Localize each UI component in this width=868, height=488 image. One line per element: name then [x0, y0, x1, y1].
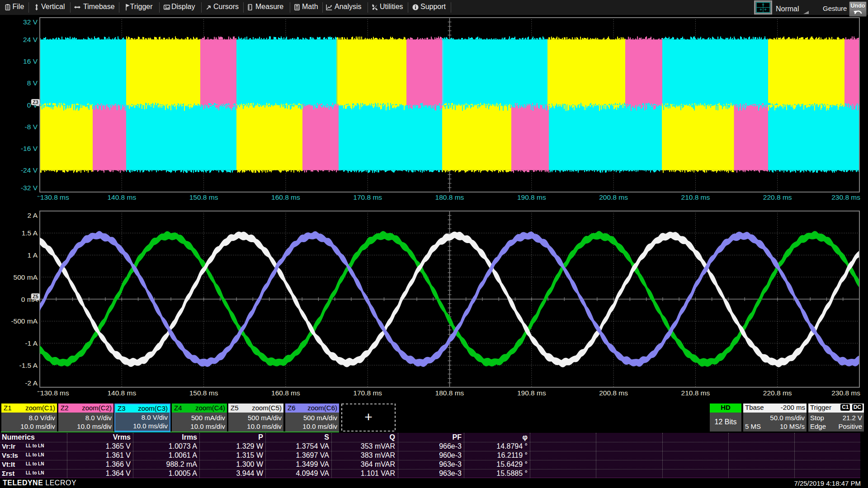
- svg-text:180.8 ms: 180.8 ms: [435, 193, 464, 201]
- svg-text:210.8 ms: 210.8 ms: [681, 389, 710, 397]
- svg-text:1 A: 1 A: [28, 251, 38, 259]
- svg-text:230.8 ms: 230.8 ms: [831, 389, 860, 397]
- svg-text:130.8 ms: 130.8 ms: [40, 389, 69, 397]
- svg-text:16 V: 16 V: [23, 57, 38, 65]
- svg-text:170.8 ms: 170.8 ms: [353, 389, 382, 397]
- svg-text:130.8 ms: 130.8 ms: [40, 193, 69, 201]
- svg-text:190.8 ms: 190.8 ms: [517, 389, 546, 397]
- svg-text:-500 mA: -500 mA: [11, 317, 38, 325]
- svg-text:-1 A: -1 A: [25, 339, 38, 347]
- svg-text:Z3: Z3: [33, 99, 38, 105]
- svg-text:8 V: 8 V: [27, 79, 38, 87]
- svg-text:160.8 ms: 160.8 ms: [271, 389, 300, 397]
- svg-text:140.8 ms: 140.8 ms: [107, 193, 136, 201]
- svg-text:-8 V: -8 V: [25, 123, 38, 131]
- svg-text:32 V: 32 V: [23, 18, 38, 26]
- svg-text:150.8 ms: 150.8 ms: [189, 389, 218, 397]
- svg-text:140.8 ms: 140.8 ms: [107, 389, 136, 397]
- svg-text:150.8 ms: 150.8 ms: [189, 193, 218, 201]
- svg-text:160.8 ms: 160.8 ms: [271, 193, 300, 201]
- svg-text:←: ←: [36, 387, 42, 394]
- svg-text:-24 V: -24 V: [21, 166, 38, 174]
- svg-text:-2 A: -2 A: [25, 379, 38, 387]
- svg-text:-16 V: -16 V: [21, 145, 38, 152]
- svg-text:230.8 ms: 230.8 ms: [831, 193, 860, 201]
- svg-text:200.8 ms: 200.8 ms: [599, 193, 628, 201]
- svg-text:←: ←: [36, 192, 42, 199]
- svg-text:1.5 A: 1.5 A: [22, 229, 38, 237]
- svg-text:-32 V: -32 V: [21, 184, 38, 192]
- svg-text:220.8 ms: 220.8 ms: [763, 389, 792, 397]
- svg-text:500 mA: 500 mA: [14, 273, 38, 281]
- svg-text:2 A: 2 A: [28, 211, 38, 219]
- svg-text:24 V: 24 V: [23, 36, 38, 43]
- svg-text:Z5: Z5: [33, 294, 38, 299]
- svg-text:200.8 ms: 200.8 ms: [599, 389, 628, 397]
- svg-text:180.8 ms: 180.8 ms: [435, 389, 464, 397]
- svg-text:170.8 ms: 170.8 ms: [353, 193, 382, 201]
- svg-text:-1.5 A: -1.5 A: [19, 361, 38, 369]
- svg-text:210.8 ms: 210.8 ms: [681, 193, 710, 201]
- svg-text:190.8 ms: 190.8 ms: [517, 193, 546, 201]
- svg-text:220.8 ms: 220.8 ms: [763, 193, 792, 201]
